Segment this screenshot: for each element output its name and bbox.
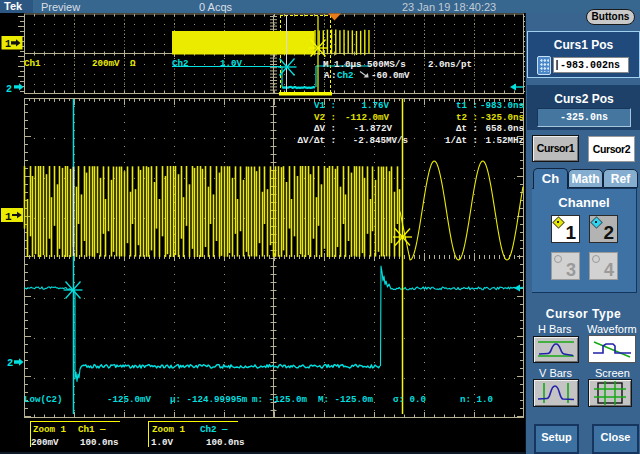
svg-text:Ch2: Ch2	[337, 70, 354, 81]
svg-text:1.52MHz: 1.52MHz	[485, 135, 524, 146]
svg-text:V2 :: V2 :	[314, 112, 336, 123]
svg-text:2: 2	[6, 84, 12, 95]
svg-text:2.0ns/pt: 2.0ns/pt	[428, 59, 472, 70]
svg-text:Ch2: Ch2	[200, 424, 217, 435]
svg-text:100.0ns: 100.0ns	[80, 437, 119, 448]
svg-text:-983.0ns: -983.0ns	[480, 100, 524, 111]
svg-text:-1.872V: -1.872V	[353, 123, 392, 134]
svg-text:Low(C2): Low(C2)	[24, 394, 63, 405]
svg-text:Ch1: Ch1	[24, 58, 41, 69]
svg-text:ΔV/Δt :: ΔV/Δt :	[297, 135, 336, 146]
svg-text:ΔV :: ΔV :	[314, 123, 336, 134]
svg-text:Δt :: Δt :	[456, 123, 478, 134]
svg-text:Zoom 1: Zoom 1	[152, 424, 186, 435]
svg-text:100.0ns: 100.0ns	[206, 437, 245, 448]
svg-text:-325.0ns: -325.0ns	[480, 112, 524, 123]
svg-text:Ch1: Ch1	[78, 424, 95, 435]
svg-text:200mV: 200mV	[92, 58, 120, 69]
svg-text:Zoom 1: Zoom 1	[33, 424, 67, 435]
svg-text:200mV: 200mV	[31, 437, 59, 448]
svg-text:—: —	[99, 424, 106, 435]
svg-text:t1 :: t1 :	[456, 100, 478, 111]
svg-text:-2.845MV/s: -2.845MV/s	[353, 135, 408, 146]
svg-text::: :	[331, 70, 337, 81]
svg-text:Ch2: Ch2	[172, 58, 189, 69]
svg-text:t2 :: t2 :	[456, 112, 478, 123]
svg-text:n: 1.0: n: 1.0	[460, 394, 493, 405]
svg-text:σ: 0.0: σ: 0.0	[393, 394, 426, 405]
svg-text:1: 1	[5, 211, 12, 223]
svg-text:1.0V: 1.0V	[151, 437, 174, 448]
svg-text:-112.0mV: -112.0mV	[345, 112, 390, 123]
svg-text:-125.0mV: -125.0mV	[107, 394, 152, 405]
svg-text:m: -125.0m: m: -125.0m	[252, 394, 308, 405]
svg-text:μ: -124.99995m: μ: -124.99995m	[170, 394, 248, 405]
svg-text:2: 2	[7, 357, 13, 369]
svg-text:1: 1	[5, 39, 11, 50]
svg-text:-60.0mV: -60.0mV	[371, 70, 410, 81]
svg-text:A: A	[324, 70, 330, 81]
svg-text:1/Δt :: 1/Δt :	[445, 135, 478, 146]
svg-text:V1 :: V1 :	[314, 100, 336, 111]
svg-text:1.76V: 1.76V	[361, 100, 389, 111]
svg-text:Ω: Ω	[130, 58, 136, 69]
svg-text:—: —	[221, 424, 228, 435]
svg-text:M 1.0μs 500MS/s: M 1.0μs 500MS/s	[323, 59, 406, 70]
svg-text:1.0V: 1.0V	[220, 58, 243, 69]
svg-text:M: -125.0m: M: -125.0m	[318, 394, 374, 405]
svg-text:658.0ns: 658.0ns	[485, 123, 524, 134]
